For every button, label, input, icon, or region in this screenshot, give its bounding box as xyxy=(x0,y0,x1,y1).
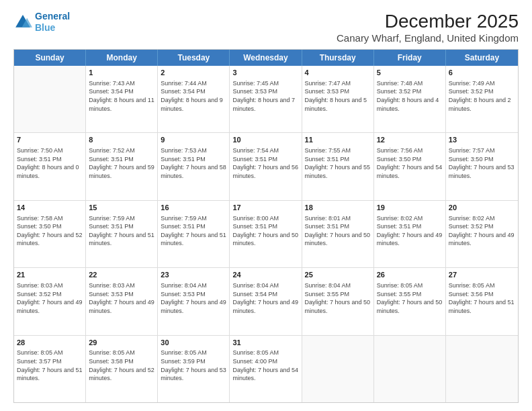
cal-cell: 31Sunrise: 8:05 AMSunset: 4:00 PMDayligh… xyxy=(230,336,302,402)
main-title: December 2025 xyxy=(337,11,519,32)
cell-info: Sunrise: 7:55 AMSunset: 3:51 PMDaylight:… xyxy=(305,146,371,180)
cal-cell: 1Sunrise: 7:43 AMSunset: 3:54 PMDaylight… xyxy=(86,66,158,132)
cell-info: Sunrise: 8:05 AMSunset: 3:57 PMDaylight:… xyxy=(17,349,83,382)
cal-cell: 9Sunrise: 7:53 AMSunset: 3:51 PMDaylight… xyxy=(158,133,230,199)
cell-info: Sunrise: 8:00 AMSunset: 3:51 PMDaylight:… xyxy=(232,214,298,248)
cal-cell: 17Sunrise: 8:00 AMSunset: 3:51 PMDayligh… xyxy=(230,201,302,267)
cell-info: Sunrise: 8:03 AMSunset: 3:52 PMDaylight:… xyxy=(17,281,83,315)
cell-info: Sunrise: 7:58 AMSunset: 3:50 PMDaylight:… xyxy=(17,214,83,248)
day-number: 28 xyxy=(17,338,83,348)
cal-cell: 8Sunrise: 7:52 AMSunset: 3:51 PMDaylight… xyxy=(86,133,158,199)
logo-text: General Blue xyxy=(35,11,70,34)
day-number: 1 xyxy=(89,68,154,78)
day-number: 4 xyxy=(305,68,371,78)
cal-cell: 2Sunrise: 7:44 AMSunset: 3:54 PMDaylight… xyxy=(158,66,230,132)
day-number: 20 xyxy=(449,203,515,213)
day-number: 3 xyxy=(232,68,298,78)
header-day-tuesday: Tuesday xyxy=(158,50,230,66)
subtitle: Canary Wharf, England, United Kingdom xyxy=(337,32,519,44)
cal-cell: 27Sunrise: 8:05 AMSunset: 3:56 PMDayligh… xyxy=(446,268,518,334)
day-number: 19 xyxy=(377,203,443,213)
day-number: 17 xyxy=(232,203,298,213)
day-number: 21 xyxy=(17,270,83,280)
week-row-4: 21Sunrise: 8:03 AMSunset: 3:52 PMDayligh… xyxy=(14,268,518,335)
cal-cell: 29Sunrise: 8:05 AMSunset: 3:58 PMDayligh… xyxy=(86,336,158,402)
day-number: 18 xyxy=(305,203,371,213)
cell-info: Sunrise: 8:04 AMSunset: 3:55 PMDaylight:… xyxy=(305,281,371,315)
cell-info: Sunrise: 8:01 AMSunset: 3:51 PMDaylight:… xyxy=(305,214,371,248)
cal-cell: 28Sunrise: 8:05 AMSunset: 3:57 PMDayligh… xyxy=(14,336,86,402)
day-number: 24 xyxy=(232,270,298,280)
cell-info: Sunrise: 7:43 AMSunset: 3:54 PMDaylight:… xyxy=(89,79,154,113)
cell-info: Sunrise: 8:02 AMSunset: 3:51 PMDaylight:… xyxy=(377,214,443,248)
cal-cell xyxy=(374,336,446,402)
cell-info: Sunrise: 8:05 AMSunset: 3:58 PMDaylight:… xyxy=(89,349,154,382)
cal-cell: 10Sunrise: 7:54 AMSunset: 3:51 PMDayligh… xyxy=(230,133,302,199)
cal-cell: 7Sunrise: 7:50 AMSunset: 3:51 PMDaylight… xyxy=(14,133,86,199)
cell-info: Sunrise: 8:05 AMSunset: 3:59 PMDaylight:… xyxy=(161,349,226,382)
cal-cell: 11Sunrise: 7:55 AMSunset: 3:51 PMDayligh… xyxy=(302,133,374,199)
day-number: 8 xyxy=(89,135,154,145)
day-number: 15 xyxy=(89,203,154,213)
cal-cell xyxy=(14,66,86,132)
title-block: December 2025 Canary Wharf, England, Uni… xyxy=(337,11,519,44)
cell-info: Sunrise: 7:54 AMSunset: 3:51 PMDaylight:… xyxy=(232,146,298,180)
header-day-saturday: Saturday xyxy=(446,50,518,66)
cell-info: Sunrise: 7:44 AMSunset: 3:54 PMDaylight:… xyxy=(161,79,226,113)
cal-cell: 30Sunrise: 8:05 AMSunset: 3:59 PMDayligh… xyxy=(158,336,230,402)
cal-cell: 23Sunrise: 8:04 AMSunset: 3:53 PMDayligh… xyxy=(158,268,230,334)
cal-cell: 20Sunrise: 8:02 AMSunset: 3:52 PMDayligh… xyxy=(446,201,518,267)
week-row-3: 14Sunrise: 7:58 AMSunset: 3:50 PMDayligh… xyxy=(14,201,518,268)
cell-info: Sunrise: 7:56 AMSunset: 3:50 PMDaylight:… xyxy=(377,146,443,180)
cal-cell: 18Sunrise: 8:01 AMSunset: 3:51 PMDayligh… xyxy=(302,201,374,267)
cell-info: Sunrise: 8:05 AMSunset: 4:00 PMDaylight:… xyxy=(232,349,298,382)
header-day-friday: Friday xyxy=(374,50,446,66)
day-number: 14 xyxy=(17,203,83,213)
cal-cell: 3Sunrise: 7:45 AMSunset: 3:53 PMDaylight… xyxy=(230,66,302,132)
header-day-thursday: Thursday xyxy=(302,50,374,66)
header-day-sunday: Sunday xyxy=(14,50,86,66)
cell-info: Sunrise: 7:48 AMSunset: 3:52 PMDaylight:… xyxy=(377,79,443,113)
page: General Blue December 2025 Canary Wharf,… xyxy=(0,0,532,411)
day-number: 13 xyxy=(449,135,515,145)
cal-cell: 24Sunrise: 8:04 AMSunset: 3:54 PMDayligh… xyxy=(230,268,302,334)
cell-info: Sunrise: 8:04 AMSunset: 3:54 PMDaylight:… xyxy=(232,281,298,315)
cell-info: Sunrise: 7:53 AMSunset: 3:51 PMDaylight:… xyxy=(161,146,226,180)
header-day-monday: Monday xyxy=(86,50,158,66)
day-number: 12 xyxy=(377,135,443,145)
cal-cell xyxy=(302,336,374,402)
week-row-5: 28Sunrise: 8:05 AMSunset: 3:57 PMDayligh… xyxy=(14,336,518,402)
cal-cell: 13Sunrise: 7:57 AMSunset: 3:50 PMDayligh… xyxy=(446,133,518,199)
cell-info: Sunrise: 7:59 AMSunset: 3:51 PMDaylight:… xyxy=(161,214,226,248)
day-number: 11 xyxy=(305,135,371,145)
week-row-2: 7Sunrise: 7:50 AMSunset: 3:51 PMDaylight… xyxy=(14,133,518,200)
cal-cell: 26Sunrise: 8:05 AMSunset: 3:55 PMDayligh… xyxy=(374,268,446,334)
cal-cell: 15Sunrise: 7:59 AMSunset: 3:51 PMDayligh… xyxy=(86,201,158,267)
cell-info: Sunrise: 8:05 AMSunset: 3:55 PMDaylight:… xyxy=(377,281,443,315)
cell-info: Sunrise: 8:05 AMSunset: 3:56 PMDaylight:… xyxy=(449,281,515,315)
day-number: 16 xyxy=(161,203,226,213)
cell-info: Sunrise: 7:49 AMSunset: 3:52 PMDaylight:… xyxy=(449,79,515,113)
cal-cell: 12Sunrise: 7:56 AMSunset: 3:50 PMDayligh… xyxy=(374,133,446,199)
cal-cell: 16Sunrise: 7:59 AMSunset: 3:51 PMDayligh… xyxy=(158,201,230,267)
logo: General Blue xyxy=(13,11,70,34)
cell-info: Sunrise: 7:50 AMSunset: 3:51 PMDaylight:… xyxy=(17,146,83,180)
cell-info: Sunrise: 8:04 AMSunset: 3:53 PMDaylight:… xyxy=(161,281,226,315)
day-number: 5 xyxy=(377,68,443,78)
cal-cell: 6Sunrise: 7:49 AMSunset: 3:52 PMDaylight… xyxy=(446,66,518,132)
day-number: 7 xyxy=(17,135,83,145)
day-number: 9 xyxy=(161,135,226,145)
cell-info: Sunrise: 7:57 AMSunset: 3:50 PMDaylight:… xyxy=(449,146,515,180)
cal-cell: 5Sunrise: 7:48 AMSunset: 3:52 PMDaylight… xyxy=(374,66,446,132)
cal-cell: 22Sunrise: 8:03 AMSunset: 3:53 PMDayligh… xyxy=(86,268,158,334)
day-number: 30 xyxy=(161,338,226,348)
day-number: 22 xyxy=(89,270,154,280)
header-day-wednesday: Wednesday xyxy=(230,50,302,66)
cal-cell xyxy=(446,336,518,402)
cell-info: Sunrise: 7:45 AMSunset: 3:53 PMDaylight:… xyxy=(232,79,298,113)
cal-cell: 21Sunrise: 8:03 AMSunset: 3:52 PMDayligh… xyxy=(14,268,86,334)
header: General Blue December 2025 Canary Wharf,… xyxy=(13,11,519,44)
cal-cell: 25Sunrise: 8:04 AMSunset: 3:55 PMDayligh… xyxy=(302,268,374,334)
cell-info: Sunrise: 8:02 AMSunset: 3:52 PMDaylight:… xyxy=(449,214,515,248)
calendar: SundayMondayTuesdayWednesdayThursdayFrid… xyxy=(13,49,519,403)
